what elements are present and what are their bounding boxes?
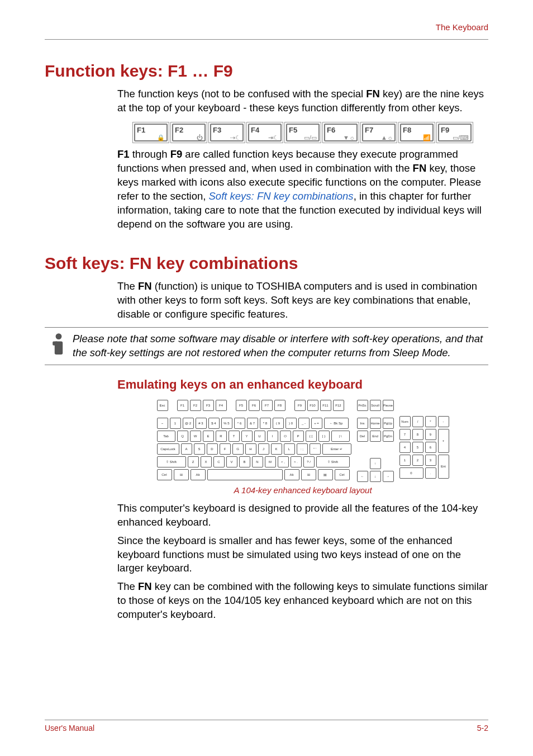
key: E — [203, 431, 214, 442]
key: $ 4 — [208, 418, 220, 429]
key: : ; — [297, 443, 308, 455]
key: W — [190, 431, 201, 442]
key: ) 0 — [285, 418, 297, 429]
key: % 5 — [221, 418, 232, 429]
key: PgUp — [383, 418, 394, 429]
key: Del — [357, 431, 368, 442]
text: key can be combined with the following k… — [117, 580, 488, 620]
s3-para2: Since the keyboard is smaller and has fe… — [117, 534, 488, 576]
figure-caption: A 104-key enhanced keyboard layout — [117, 485, 488, 495]
key: M — [265, 456, 276, 467]
key: L — [284, 443, 295, 455]
key: Y — [241, 431, 253, 442]
key: B — [239, 456, 250, 467]
key: F2 — [190, 400, 201, 411]
key: ~ — [157, 418, 168, 429]
key-enter: Enter ↵ — [322, 443, 351, 455]
key-f4: F4⇥☾ — [248, 124, 282, 141]
key-capslock: CapsLock — [157, 443, 179, 455]
key: F11 — [320, 400, 331, 411]
key: 4 — [399, 442, 411, 453]
heading-soft-keys: Soft keys: FN key combinations — [45, 254, 488, 273]
key: + = — [311, 418, 322, 429]
key: U — [254, 431, 265, 442]
key-f6: F6▼☼ — [324, 124, 358, 141]
key: C — [213, 456, 225, 467]
key: PgDn — [383, 431, 394, 442]
key-tab: Tab — [157, 431, 175, 442]
key: Num — [399, 416, 411, 427]
text: The function keys (not to be confused wi… — [117, 88, 366, 100]
s1-para1: The function keys (not to be confused wi… — [117, 87, 488, 115]
key: K — [271, 443, 282, 455]
key: F5 — [236, 400, 247, 411]
key: O — [280, 431, 291, 442]
key: P — [293, 431, 304, 442]
key-space — [207, 469, 283, 480]
key: F3 — [203, 400, 214, 411]
key: & 7 — [247, 418, 258, 429]
key: I — [267, 431, 278, 442]
key-ctrl: Ctrl — [157, 469, 172, 480]
text-fn: FN — [413, 162, 427, 174]
key: ? / — [303, 456, 315, 467]
key: * — [425, 416, 436, 427]
key-left: ← — [357, 471, 368, 482]
key: 8 — [412, 429, 423, 440]
header-section: The Keyboard — [436, 22, 488, 32]
key: Ins — [357, 418, 368, 429]
heading-emulating: Emulating keys on an enhanced keyboard — [117, 377, 488, 392]
text: through — [130, 148, 170, 160]
key: 1 — [399, 455, 411, 466]
key: Z — [188, 456, 199, 467]
key: F6 — [249, 400, 260, 411]
info-icon — [45, 332, 73, 359]
text-f1: F1 — [117, 148, 130, 160]
key: 0 — [399, 467, 423, 479]
key: 9 — [425, 429, 436, 440]
text-f9: F9 — [170, 148, 183, 160]
key: 7 — [399, 429, 411, 440]
kb-nav: PrtSc Scroll Pause Ins Home PgUp Del End… — [357, 400, 394, 482]
key-shift: ⇧ Shift — [157, 456, 186, 467]
key-f9: F9▭/⌨ — [438, 124, 472, 141]
kb-main: Esc F1 F2 F3 F4 F5 F6 F7 F8 F9 F10 — [157, 400, 351, 482]
key: F4 — [216, 400, 227, 411]
key: T — [229, 431, 240, 442]
key: End — [370, 431, 381, 442]
key: | \ — [331, 431, 350, 442]
key-alt: Alt — [284, 469, 299, 480]
key: ( 9 — [273, 418, 284, 429]
footer-page: 5-2 — [477, 724, 488, 733]
s1-para2: F1 through F9 are called function keys b… — [117, 148, 488, 231]
footer: User's Manual 5-2 — [45, 720, 488, 733]
key-backspace: ← Bk Sp — [324, 418, 349, 429]
key-shift: ⇧ Shift — [316, 456, 350, 467]
key: J — [258, 443, 269, 455]
keyboard-104-figure: Esc F1 F2 F3 F4 F5 F6 F7 F8 F9 F10 — [117, 400, 488, 482]
key: PrtSc — [357, 400, 368, 411]
key-ctrl: Ctrl — [335, 469, 350, 480]
key: - — [438, 416, 449, 427]
s3-para3: The FN key can be combined with the foll… — [117, 580, 488, 622]
key: * 8 — [260, 418, 271, 429]
key: ] } — [318, 431, 330, 442]
kb-numpad: Num / * - 7 8 9 4 — [399, 400, 449, 482]
key-f5: F5▭/▭ — [286, 124, 320, 141]
link-soft-keys[interactable]: Soft keys: FN key combinations — [209, 190, 354, 202]
svg-rect-2 — [53, 341, 58, 345]
key-f2: F2⏻ — [172, 124, 206, 141]
text-fn: FN — [138, 280, 152, 292]
key: 3 — [425, 455, 436, 466]
key: . — [425, 467, 436, 479]
key: Ent — [438, 455, 449, 479]
key: R — [216, 431, 227, 442]
key: G — [232, 443, 244, 455]
key: 5 — [412, 442, 423, 453]
key-f1: F1🔒 — [134, 124, 168, 141]
key: F10 — [307, 400, 318, 411]
key: " ' — [310, 443, 321, 455]
key: / — [412, 416, 423, 427]
key: < , — [278, 456, 289, 467]
key: 6 — [425, 442, 436, 453]
